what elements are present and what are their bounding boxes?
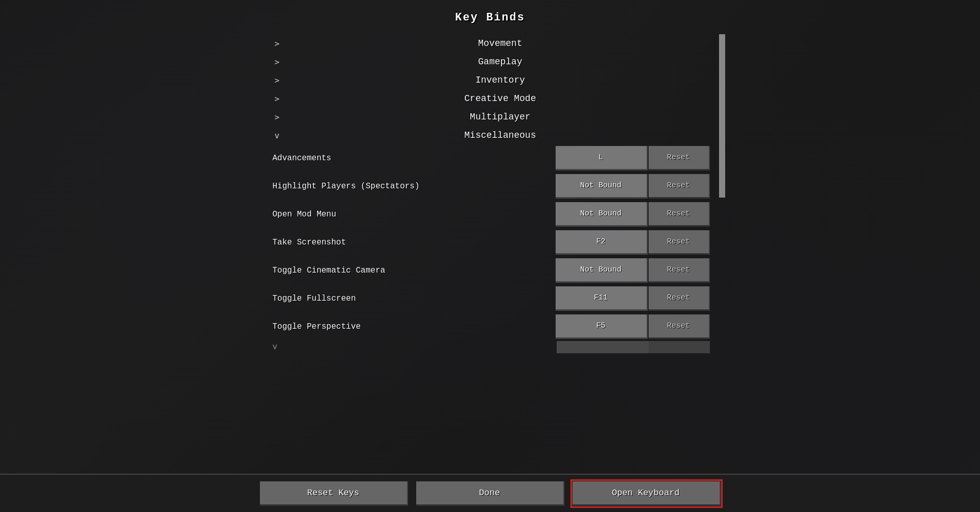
action-label-toggle-cinematic-camera: Toggle Cinematic Camera	[271, 266, 556, 275]
chevron-creative-mode-icon: >	[275, 94, 285, 104]
category-miscellaneous[interactable]: v Miscellaneous	[271, 126, 710, 144]
keybind-row-open-mod-menu: Open Mod Menu Not Bound Reset	[271, 201, 710, 228]
key-button-take-screenshot[interactable]: F2	[556, 230, 648, 255]
action-label-open-mod-menu: Open Mod Menu	[271, 210, 556, 219]
partial-key-button	[557, 341, 649, 353]
reset-button-toggle-perspective[interactable]: Reset	[649, 314, 710, 339]
category-creative-mode-label: Creative Mode	[291, 93, 710, 104]
key-button-open-mod-menu[interactable]: Not Bound	[556, 202, 648, 227]
chevron-miscellaneous-icon: v	[275, 131, 285, 140]
key-button-toggle-perspective[interactable]: F5	[556, 314, 648, 339]
action-label-toggle-fullscreen: Toggle Fullscreen	[271, 294, 556, 303]
chevron-movement-icon: >	[275, 39, 285, 48]
action-label-advancements: Advancements	[271, 154, 556, 163]
category-creative-mode[interactable]: > Creative Mode	[271, 89, 710, 108]
action-label-take-screenshot: Take Screenshot	[271, 238, 556, 247]
scrollbar-track[interactable]	[719, 34, 725, 361]
reset-button-advancements[interactable]: Reset	[649, 146, 710, 170]
action-label-toggle-perspective: Toggle Perspective	[271, 322, 556, 331]
action-label-highlight-players: Highlight Players (Spectators)	[271, 182, 556, 191]
keybind-row-highlight-players: Highlight Players (Spectators) Not Bound…	[271, 173, 710, 200]
reset-button-highlight-players[interactable]: Reset	[649, 174, 710, 199]
category-inventory[interactable]: > Inventory	[271, 71, 710, 89]
page-title: Key Binds	[455, 11, 525, 24]
category-movement-label: Movement	[291, 38, 710, 48]
key-button-toggle-cinematic-camera[interactable]: Not Bound	[556, 258, 648, 283]
keybind-row-advancements: Advancements L Reset	[271, 144, 710, 172]
content-scroll: > Movement > Gameplay > Inventory > Crea…	[271, 34, 710, 371]
partial-action-label: v	[271, 343, 557, 352]
category-gameplay-label: Gameplay	[291, 57, 710, 67]
reset-button-toggle-cinematic-camera[interactable]: Reset	[649, 258, 710, 283]
category-multiplayer-label: Multiplayer	[291, 112, 710, 122]
reset-button-toggle-fullscreen[interactable]: Reset	[649, 286, 710, 311]
chevron-multiplayer-icon: >	[275, 112, 285, 122]
keybind-row-toggle-cinematic-camera: Toggle Cinematic Camera Not Bound Reset	[271, 257, 710, 284]
chevron-inventory-icon: >	[275, 76, 285, 85]
bottom-bar: Reset Keys Done Open Keyboard	[0, 474, 980, 512]
category-movement[interactable]: > Movement	[271, 34, 710, 53]
partial-reset-button	[649, 341, 710, 353]
category-multiplayer[interactable]: > Multiplayer	[271, 108, 710, 126]
keybind-row-take-screenshot: Take Screenshot F2 Reset	[271, 229, 710, 256]
open-keyboard-button[interactable]: Open Keyboard	[572, 481, 721, 506]
chevron-gameplay-icon: >	[275, 57, 285, 67]
keybind-row-toggle-fullscreen: Toggle Fullscreen F11 Reset	[271, 285, 710, 312]
reset-button-open-mod-menu[interactable]: Reset	[649, 202, 710, 227]
category-gameplay[interactable]: > Gameplay	[271, 53, 710, 71]
key-button-highlight-players[interactable]: Not Bound	[556, 174, 648, 199]
category-inventory-label: Inventory	[291, 75, 710, 85]
done-button[interactable]: Done	[416, 481, 564, 506]
reset-button-take-screenshot[interactable]: Reset	[649, 230, 710, 255]
scrollbar-thumb[interactable]	[719, 34, 725, 198]
keybind-row-toggle-perspective: Toggle Perspective F5 Reset	[271, 313, 710, 340]
key-button-toggle-fullscreen[interactable]: F11	[556, 286, 648, 311]
reset-keys-button[interactable]: Reset Keys	[260, 481, 408, 506]
key-button-advancements[interactable]: L	[556, 146, 648, 170]
partial-keybind-row: v	[271, 341, 710, 353]
category-miscellaneous-label: Miscellaneous	[291, 130, 710, 140]
